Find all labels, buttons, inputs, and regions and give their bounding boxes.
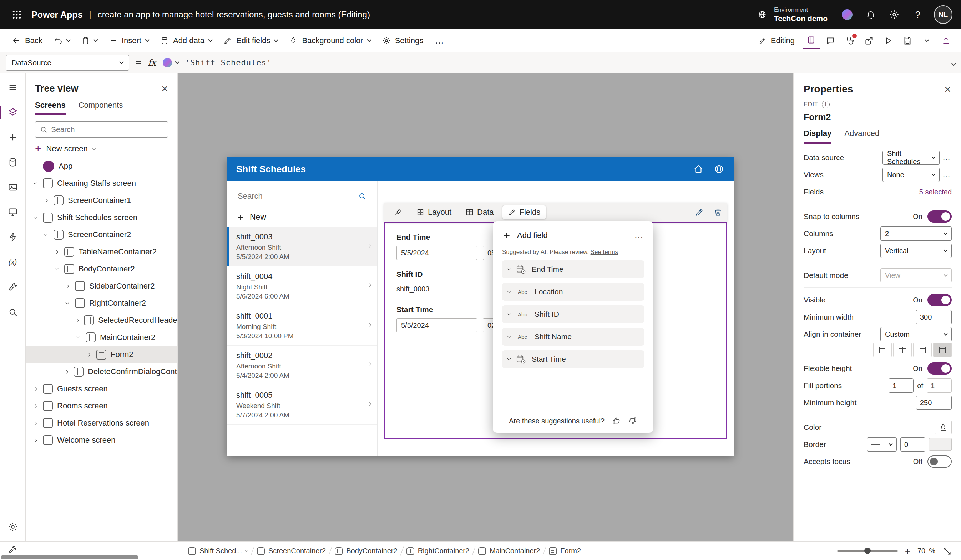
horizontal-scrollbar[interactable] [1, 555, 138, 559]
share-icon[interactable] [860, 32, 877, 49]
chevron-right-icon[interactable] [33, 438, 37, 442]
see-terms-link[interactable]: See terms [591, 249, 618, 255]
chevron-down-icon[interactable] [65, 301, 69, 304]
home-icon[interactable] [693, 164, 704, 175]
views-dropdown[interactable]: None [882, 168, 940, 182]
chevron-right-icon[interactable] [75, 319, 79, 322]
chevron-down-icon[interactable] [76, 335, 80, 339]
breadcrumb-container[interactable]: ScreenContainer2 [253, 547, 330, 555]
tree-item-form2-selected[interactable]: Form2 [26, 346, 177, 363]
chevron-right-icon[interactable] [44, 199, 47, 202]
pin-icon[interactable] [389, 206, 408, 218]
tree-item-screen[interactable]: Welcome screen [26, 432, 177, 449]
edit-fields-button[interactable]: Edit fields [218, 32, 283, 49]
end-time-date-input[interactable]: 5/5/2024 [397, 246, 477, 260]
breadcrumb-screen[interactable]: Shift Sched... [184, 547, 252, 555]
insert-button[interactable]: Insert [103, 32, 154, 49]
tab-screens[interactable]: Screens [35, 101, 66, 115]
border-style-dropdown[interactable] [867, 437, 897, 452]
thumbs-down-icon[interactable] [628, 416, 637, 425]
align-stretch-button[interactable] [933, 343, 952, 357]
editing-mode-button[interactable]: Editing [753, 32, 800, 49]
tree-item-container[interactable]: SidebarContainer2 [26, 278, 177, 295]
chevron-down-icon[interactable] [33, 181, 37, 185]
tree-item-screen[interactable]: Guests screen [26, 380, 177, 397]
tree-item-container[interactable]: ScreenContainer2 [26, 226, 177, 243]
rail-search-icon[interactable] [0, 300, 26, 324]
chevron-right-icon[interactable] [33, 404, 37, 408]
info-icon[interactable]: i [822, 101, 830, 108]
tree-close-icon[interactable]: × [161, 83, 168, 94]
publish-icon[interactable] [937, 32, 955, 49]
list-item[interactable]: shift_0004 Night Shift 5/6/2024 6:00 AM [227, 266, 377, 306]
tree-item-container[interactable]: MainContainer2 [26, 329, 177, 346]
back-button[interactable]: Back [6, 32, 48, 49]
snap-to-columns-toggle[interactable] [927, 210, 952, 223]
app-header[interactable]: Shift Schedules [227, 157, 734, 181]
help-icon[interactable]: ? [910, 7, 925, 22]
rail-screens-icon[interactable] [0, 200, 26, 225]
tree-item-screen[interactable]: Rooms screen [26, 397, 177, 414]
chevron-right-icon[interactable] [55, 250, 58, 254]
zoom-slider[interactable] [837, 550, 898, 552]
fit-to-screen-icon[interactable] [942, 546, 952, 556]
property-selector-dropdown[interactable]: DataSource [6, 55, 129, 71]
accepts-focus-toggle[interactable] [927, 456, 952, 468]
zoom-slider-handle[interactable] [864, 547, 871, 554]
avatar[interactable]: NL [934, 5, 953, 24]
visible-toggle[interactable] [927, 294, 952, 306]
tree-item-container[interactable]: RightContainer2 [26, 295, 177, 312]
list-item[interactable]: shift_0005 Weekend Shift 5/7/2024 2:00 A… [227, 385, 377, 425]
tree-item-screen[interactable]: Shift Schedules screen [26, 209, 177, 226]
rail-menu-icon[interactable] [0, 75, 26, 100]
save-options-chevron-icon[interactable] [918, 32, 935, 49]
preview-play-icon[interactable] [880, 32, 897, 49]
default-mode-dropdown[interactable]: View [881, 268, 952, 282]
properties-pane-toggle-icon[interactable] [803, 32, 820, 49]
fill-portions-input[interactable] [889, 379, 914, 393]
settings-gear-icon[interactable] [887, 7, 902, 22]
new-record-button[interactable]: New [227, 206, 377, 227]
align-end-button[interactable] [913, 343, 932, 357]
align-in-container-dropdown[interactable]: Custom [881, 327, 952, 341]
chevron-right-icon[interactable] [65, 284, 69, 288]
fields-selected-link[interactable]: 5 selected [919, 188, 952, 196]
design-canvas[interactable]: Shift Schedules New [178, 74, 793, 541]
data-source-more-button[interactable]: … [941, 153, 952, 162]
align-center-button[interactable] [893, 343, 912, 357]
data-tab[interactable]: Data [460, 205, 499, 219]
breadcrumb-container[interactable]: MainContainer2 [474, 547, 544, 555]
comments-icon[interactable] [822, 32, 839, 49]
background-color-button[interactable]: Background color [283, 32, 376, 49]
border-color-swatch[interactable] [929, 438, 952, 451]
tree-item-screen[interactable]: Cleaning Staffs screen [26, 175, 177, 192]
chevron-down-icon[interactable] [508, 312, 511, 315]
chevron-right-icon[interactable] [33, 387, 37, 391]
flyout-overflow-button[interactable]: … [634, 230, 644, 241]
tools-icon[interactable] [8, 546, 17, 555]
records-search-input[interactable] [238, 191, 358, 201]
thumbs-up-icon[interactable] [612, 416, 621, 425]
records-search-box[interactable] [236, 189, 368, 204]
flexible-height-toggle[interactable] [927, 363, 952, 374]
fill-portions-total-input[interactable] [927, 379, 952, 393]
minimum-width-input[interactable] [916, 310, 952, 324]
breadcrumb-container[interactable]: RightContainer2 [402, 547, 474, 555]
zoom-out-button[interactable]: − [825, 546, 830, 556]
tree-item-container[interactable]: BodyContainer2 [26, 260, 177, 278]
undo-button[interactable] [48, 32, 76, 49]
tab-components[interactable]: Components [79, 101, 123, 115]
rail-tree-view-icon[interactable] [0, 100, 26, 125]
tree-item-container[interactable]: SelectedRecordHeaderContai [26, 312, 177, 329]
globe-icon[interactable] [714, 164, 725, 175]
copilot-icon[interactable] [840, 7, 855, 22]
chevron-right-icon[interactable] [33, 421, 37, 425]
breadcrumb-container[interactable]: BodyContainer2 [331, 547, 402, 555]
properties-close-icon[interactable]: × [944, 83, 951, 95]
add-data-button[interactable]: Add data [154, 32, 218, 49]
layout-dropdown[interactable]: Vertical [881, 244, 952, 258]
tree-search-input[interactable] [51, 125, 164, 134]
chevron-right-icon[interactable] [64, 370, 68, 374]
list-item[interactable]: shift_0001 Morning Shift 5/3/2024 10:00 … [227, 306, 377, 346]
notifications-bell-icon[interactable] [863, 7, 878, 22]
